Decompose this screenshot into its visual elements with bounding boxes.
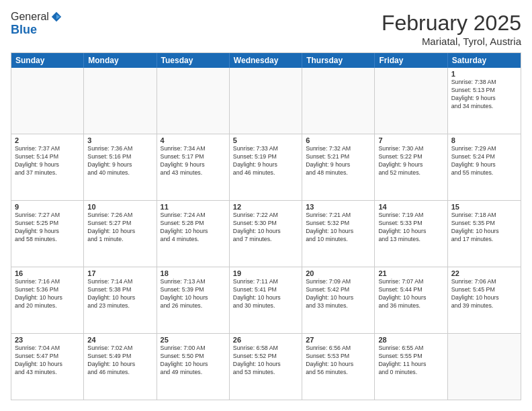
day-number: 25 xyxy=(161,336,226,344)
day-cell-7: 7Sunrise: 7:30 AM Sunset: 5:22 PM Daylig… xyxy=(375,134,447,200)
day-number: 22 xyxy=(451,269,517,277)
day-number: 14 xyxy=(378,203,443,211)
day-cell-23: 23Sunrise: 7:04 AM Sunset: 5:47 PM Dayli… xyxy=(11,334,84,400)
day-info: Sunrise: 7:11 AM Sunset: 5:41 PM Dayligh… xyxy=(233,278,298,310)
day-cell-22: 22Sunrise: 7:06 AM Sunset: 5:45 PM Dayli… xyxy=(448,267,521,333)
day-info: Sunrise: 7:26 AM Sunset: 5:27 PM Dayligh… xyxy=(87,212,152,244)
weekday-header-tuesday: Tuesday xyxy=(157,53,230,68)
day-number: 1 xyxy=(451,70,517,78)
day-info: Sunrise: 7:38 AM Sunset: 5:13 PM Dayligh… xyxy=(451,79,517,111)
day-info: Sunrise: 7:22 AM Sunset: 5:30 PM Dayligh… xyxy=(233,212,298,244)
day-number: 15 xyxy=(451,203,517,211)
empty-cell-0-4 xyxy=(302,68,375,134)
weekday-header-sunday: Sunday xyxy=(11,53,84,68)
weekday-header-thursday: Thursday xyxy=(302,53,375,68)
day-cell-27: 27Sunrise: 6:56 AM Sunset: 5:53 PM Dayli… xyxy=(302,334,375,400)
day-info: Sunrise: 7:07 AM Sunset: 5:44 PM Dayligh… xyxy=(378,278,443,310)
empty-cell-0-2 xyxy=(157,68,230,134)
calendar-row-3: 16Sunrise: 7:16 AM Sunset: 5:36 PM Dayli… xyxy=(11,267,521,334)
day-info: Sunrise: 7:13 AM Sunset: 5:39 PM Dayligh… xyxy=(161,278,226,310)
day-info: Sunrise: 6:56 AM Sunset: 5:53 PM Dayligh… xyxy=(306,345,371,377)
day-info: Sunrise: 7:24 AM Sunset: 5:28 PM Dayligh… xyxy=(161,212,226,244)
day-cell-25: 25Sunrise: 7:00 AM Sunset: 5:50 PM Dayli… xyxy=(157,334,230,400)
day-number: 12 xyxy=(233,203,298,211)
day-info: Sunrise: 7:06 AM Sunset: 5:45 PM Dayligh… xyxy=(451,278,517,310)
day-number: 7 xyxy=(378,136,443,144)
logo-icon xyxy=(50,11,62,23)
day-info: Sunrise: 7:18 AM Sunset: 5:35 PM Dayligh… xyxy=(451,212,517,244)
day-cell-21: 21Sunrise: 7:07 AM Sunset: 5:44 PM Dayli… xyxy=(375,267,447,333)
weekday-header-monday: Monday xyxy=(84,53,157,68)
day-info: Sunrise: 7:09 AM Sunset: 5:42 PM Dayligh… xyxy=(306,278,371,310)
day-number: 16 xyxy=(15,269,80,277)
day-cell-10: 10Sunrise: 7:26 AM Sunset: 5:27 PM Dayli… xyxy=(84,201,157,267)
day-cell-5: 5Sunrise: 7:33 AM Sunset: 5:19 PM Daylig… xyxy=(230,134,302,200)
weekday-header-friday: Friday xyxy=(375,53,447,68)
calendar-body: 1Sunrise: 7:38 AM Sunset: 5:13 PM Daylig… xyxy=(11,68,521,400)
empty-cell-0-5 xyxy=(375,68,447,134)
day-number: 26 xyxy=(233,336,298,344)
day-info: Sunrise: 7:32 AM Sunset: 5:21 PM Dayligh… xyxy=(306,145,371,177)
empty-cell-0-3 xyxy=(230,68,302,134)
day-info: Sunrise: 7:00 AM Sunset: 5:50 PM Dayligh… xyxy=(161,345,226,377)
logo-blue-text: Blue xyxy=(11,23,62,37)
logo-general-text: General xyxy=(11,11,49,23)
day-cell-3: 3Sunrise: 7:36 AM Sunset: 5:16 PM Daylig… xyxy=(84,134,157,200)
day-number: 17 xyxy=(87,269,152,277)
day-number: 5 xyxy=(233,136,298,144)
day-number: 2 xyxy=(15,136,80,144)
header: General Blue February 2025 Mariatal, Tyr… xyxy=(11,11,521,47)
day-number: 28 xyxy=(378,336,443,344)
day-info: Sunrise: 7:16 AM Sunset: 5:36 PM Dayligh… xyxy=(15,278,80,310)
day-info: Sunrise: 7:29 AM Sunset: 5:24 PM Dayligh… xyxy=(451,145,517,177)
day-cell-12: 12Sunrise: 7:22 AM Sunset: 5:30 PM Dayli… xyxy=(230,201,302,267)
day-number: 27 xyxy=(306,336,371,344)
empty-cell-4-6 xyxy=(448,334,521,400)
day-number: 10 xyxy=(87,203,152,211)
calendar: SundayMondayTuesdayWednesdayThursdayFrid… xyxy=(11,52,521,400)
day-info: Sunrise: 7:19 AM Sunset: 5:33 PM Dayligh… xyxy=(378,212,443,244)
day-info: Sunrise: 7:14 AM Sunset: 5:38 PM Dayligh… xyxy=(87,278,152,310)
day-info: Sunrise: 7:36 AM Sunset: 5:16 PM Dayligh… xyxy=(87,145,152,177)
day-cell-6: 6Sunrise: 7:32 AM Sunset: 5:21 PM Daylig… xyxy=(302,134,375,200)
calendar-row-1: 2Sunrise: 7:37 AM Sunset: 5:14 PM Daylig… xyxy=(11,134,521,201)
day-number: 4 xyxy=(161,136,226,144)
day-cell-17: 17Sunrise: 7:14 AM Sunset: 5:38 PM Dayli… xyxy=(84,267,157,333)
empty-cell-0-1 xyxy=(84,68,157,134)
day-cell-16: 16Sunrise: 7:16 AM Sunset: 5:36 PM Dayli… xyxy=(11,267,84,333)
day-number: 19 xyxy=(233,269,298,277)
day-cell-1: 1Sunrise: 7:38 AM Sunset: 5:13 PM Daylig… xyxy=(448,68,521,134)
calendar-row-4: 23Sunrise: 7:04 AM Sunset: 5:47 PM Dayli… xyxy=(11,334,521,400)
day-number: 21 xyxy=(378,269,443,277)
day-number: 24 xyxy=(87,336,152,344)
day-cell-8: 8Sunrise: 7:29 AM Sunset: 5:24 PM Daylig… xyxy=(448,134,521,200)
day-cell-4: 4Sunrise: 7:34 AM Sunset: 5:17 PM Daylig… xyxy=(157,134,230,200)
day-info: Sunrise: 6:58 AM Sunset: 5:52 PM Dayligh… xyxy=(233,345,298,377)
location: Mariatal, Tyrol, Austria xyxy=(382,36,521,47)
day-number: 20 xyxy=(306,269,371,277)
day-number: 18 xyxy=(161,269,226,277)
day-info: Sunrise: 7:30 AM Sunset: 5:22 PM Dayligh… xyxy=(378,145,443,177)
calendar-row-0: 1Sunrise: 7:38 AM Sunset: 5:13 PM Daylig… xyxy=(11,68,521,134)
title-block: February 2025 Mariatal, Tyrol, Austria xyxy=(382,11,521,47)
weekday-header-wednesday: Wednesday xyxy=(230,53,302,68)
day-cell-18: 18Sunrise: 7:13 AM Sunset: 5:39 PM Dayli… xyxy=(157,267,230,333)
day-cell-24: 24Sunrise: 7:02 AM Sunset: 5:49 PM Dayli… xyxy=(84,334,157,400)
day-cell-19: 19Sunrise: 7:11 AM Sunset: 5:41 PM Dayli… xyxy=(230,267,302,333)
day-info: Sunrise: 6:55 AM Sunset: 5:55 PM Dayligh… xyxy=(378,345,443,377)
day-number: 9 xyxy=(15,203,80,211)
day-info: Sunrise: 7:27 AM Sunset: 5:25 PM Dayligh… xyxy=(15,212,80,244)
day-cell-14: 14Sunrise: 7:19 AM Sunset: 5:33 PM Dayli… xyxy=(375,201,447,267)
day-cell-2: 2Sunrise: 7:37 AM Sunset: 5:14 PM Daylig… xyxy=(11,134,84,200)
day-info: Sunrise: 7:37 AM Sunset: 5:14 PM Dayligh… xyxy=(15,145,80,177)
day-number: 23 xyxy=(15,336,80,344)
day-cell-9: 9Sunrise: 7:27 AM Sunset: 5:25 PM Daylig… xyxy=(11,201,84,267)
day-number: 6 xyxy=(306,136,371,144)
day-info: Sunrise: 7:33 AM Sunset: 5:19 PM Dayligh… xyxy=(233,145,298,177)
month-year: February 2025 xyxy=(382,11,521,36)
logo: General Blue xyxy=(11,11,62,37)
day-number: 3 xyxy=(87,136,152,144)
empty-cell-0-0 xyxy=(11,68,84,134)
weekday-header-saturday: Saturday xyxy=(448,53,521,68)
day-info: Sunrise: 7:02 AM Sunset: 5:49 PM Dayligh… xyxy=(87,345,152,377)
